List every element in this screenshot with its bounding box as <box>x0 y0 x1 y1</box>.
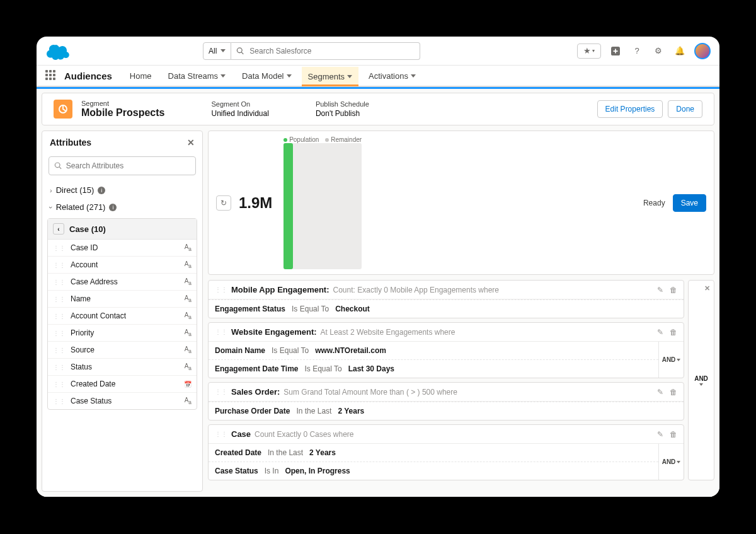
condition-row[interactable]: Created DateIn the Last2 Years <box>209 444 658 461</box>
attribute-field[interactable]: ⋮⋮ Account Aa <box>48 256 197 273</box>
record-title: Mobile Prospects <box>81 107 164 119</box>
and-operator[interactable]: AND <box>658 444 684 480</box>
edit-icon[interactable]: ✎ <box>657 388 663 397</box>
attribute-field[interactable]: ⋮⋮ Account Contact Aa <box>48 307 197 324</box>
attributes-title: Attributes <box>50 137 91 148</box>
edit-icon[interactable]: ✎ <box>657 286 663 294</box>
drag-handle-icon[interactable]: ⋮⋮ <box>53 364 66 371</box>
related-section[interactable]: › Related (271) i <box>42 199 202 216</box>
field-name: Priority <box>71 328 94 337</box>
condition-row[interactable]: Domain NameIs Equal Towww.NTOretail.com <box>209 342 658 359</box>
dropzone[interactable]: Drag and Drop another Attribute here <box>208 487 714 497</box>
drag-handle-icon[interactable]: ⋮⋮ <box>215 431 227 438</box>
page-body: Segment Mobile Prospects Segment On Unif… <box>37 87 719 497</box>
nav-segments[interactable]: Segments <box>302 67 359 86</box>
rule-header: ⋮⋮ Website Engagement: At Least 2 Websit… <box>209 323 684 342</box>
rule-meta: Sum Grand Total Amount More than ( > ) 5… <box>284 388 457 397</box>
chevron-down-icon <box>347 75 352 78</box>
nav-data-streams[interactable]: Data Streams <box>162 66 232 86</box>
help-icon[interactable]: ? <box>630 44 644 58</box>
app-launcher-icon[interactable] <box>45 70 57 81</box>
app-nav: Audiences Home Data Streams Data Model S… <box>37 66 719 87</box>
back-button[interactable]: ‹ <box>53 223 64 235</box>
save-button[interactable]: Save <box>673 194 706 212</box>
delete-icon[interactable]: 🗑 <box>670 328 677 337</box>
attributes-search-input[interactable] <box>66 161 190 170</box>
close-icon[interactable]: ✕ <box>187 137 195 148</box>
search-scope-label: All <box>209 47 217 55</box>
setup-gear-icon[interactable]: ⚙ <box>651 44 665 58</box>
population-count: 1.9M <box>239 194 272 212</box>
drag-handle-icon[interactable]: ⋮⋮ <box>53 330 66 337</box>
direct-section[interactable]: › Direct (15) i <box>42 182 202 199</box>
attribute-field[interactable]: ⋮⋮ Status Aa <box>48 358 197 375</box>
condition-row[interactable]: Case StatusIs InOpen, In Progress <box>209 461 658 480</box>
population-legend: Population Remainder <box>284 136 362 143</box>
field-type-icon: Aa <box>185 311 192 320</box>
edit-properties-button[interactable]: Edit Properties <box>597 100 663 118</box>
user-avatar[interactable] <box>694 43 711 59</box>
chevron-down-icon <box>220 49 226 52</box>
rule-header: ⋮⋮ Mobile App Engagement: Count: Exactly… <box>209 281 684 299</box>
drag-handle-icon[interactable]: ⋮⋮ <box>53 279 66 286</box>
chevron-down-icon <box>287 74 292 78</box>
nav-home[interactable]: Home <box>123 66 158 86</box>
info-icon[interactable]: i <box>98 187 105 194</box>
attribute-field[interactable]: ⋮⋮ Source Aa <box>48 341 197 358</box>
drag-handle-icon[interactable]: ⋮⋮ <box>53 313 66 320</box>
refresh-button[interactable]: ↻ <box>216 195 231 211</box>
attribute-field[interactable]: ⋮⋮ Case ID Aa <box>48 240 197 256</box>
search-input[interactable] <box>249 47 415 55</box>
segment-on-meta: Segment On Unified Individual <box>211 100 268 118</box>
field-name: Account <box>71 260 98 269</box>
field-name: Source <box>71 345 94 354</box>
favorites-button[interactable]: ★▾ <box>577 44 601 59</box>
field-type-icon: Aa <box>185 328 192 337</box>
attribute-field[interactable]: ⋮⋮ Created Date 📅 <box>48 375 197 392</box>
delete-icon[interactable]: 🗑 <box>670 430 677 439</box>
condition-row[interactable]: Purchase Order DateIn the Last2 Years <box>209 402 684 420</box>
status-label: Ready <box>643 199 665 207</box>
drag-handle-icon[interactable]: ⋮⋮ <box>215 328 227 335</box>
drag-handle-icon[interactable]: ⋮⋮ <box>53 296 66 303</box>
chevron-down-icon <box>411 74 416 78</box>
salesforce-logo <box>45 42 71 60</box>
search-input-wrap[interactable] <box>231 42 420 60</box>
drag-handle-icon[interactable]: ⋮⋮ <box>53 398 66 405</box>
field-type-icon: Aa <box>185 363 192 371</box>
nav-data-model[interactable]: Data Model <box>236 66 297 86</box>
add-button[interactable] <box>609 44 622 58</box>
case-title: Case (10) <box>69 224 106 234</box>
drag-handle-icon[interactable]: ⋮⋮ <box>215 286 227 293</box>
condition-row[interactable]: Engagement StatusIs Equal ToCheckout <box>209 299 684 318</box>
attribute-field[interactable]: ⋮⋮ Name Aa <box>48 290 197 307</box>
drag-handle-icon[interactable]: ⋮⋮ <box>53 262 66 269</box>
attribute-field[interactable]: ⋮⋮ Case Status Aa <box>48 392 197 409</box>
drag-handle-icon[interactable]: ⋮⋮ <box>53 381 66 388</box>
attribute-field[interactable]: ⋮⋮ Case Address Aa <box>48 273 197 290</box>
field-name: Name <box>71 294 91 303</box>
edit-icon[interactable]: ✎ <box>657 430 663 439</box>
close-icon[interactable]: ✕ <box>704 284 710 293</box>
notifications-bell-icon[interactable]: 🔔 <box>673 44 687 58</box>
rule-block: ⋮⋮ Case Count Exactly 0 Cases where ✎ 🗑 … <box>208 424 684 480</box>
outer-and-operator[interactable]: ✕ AND <box>688 280 714 480</box>
delete-icon[interactable]: 🗑 <box>670 286 677 294</box>
drag-handle-icon[interactable]: ⋮⋮ <box>53 245 66 252</box>
info-icon[interactable]: i <box>109 204 117 211</box>
and-operator[interactable]: AND <box>658 342 684 378</box>
edit-icon[interactable]: ✎ <box>657 328 663 337</box>
condition-row[interactable]: Engagement Date TimeIs Equal ToLast 30 D… <box>209 359 658 378</box>
field-name: Case Address <box>71 277 118 286</box>
attributes-search[interactable] <box>49 156 196 175</box>
attribute-field[interactable]: ⋮⋮ Priority Aa <box>48 324 197 341</box>
search-scope-dropdown[interactable]: All <box>203 42 231 60</box>
nav-activations[interactable]: Activations <box>362 66 422 86</box>
drag-handle-icon[interactable]: ⋮⋮ <box>215 388 227 395</box>
done-button[interactable]: Done <box>668 100 702 118</box>
rule-title: Sales Order: <box>231 387 280 397</box>
rule-header: ⋮⋮ Case Count Exactly 0 Cases where ✎ 🗑 <box>209 425 684 444</box>
drag-handle-icon[interactable]: ⋮⋮ <box>53 347 66 354</box>
rules-column: ⋮⋮ Mobile App Engagement: Count: Exactly… <box>208 280 684 480</box>
delete-icon[interactable]: 🗑 <box>670 388 677 397</box>
